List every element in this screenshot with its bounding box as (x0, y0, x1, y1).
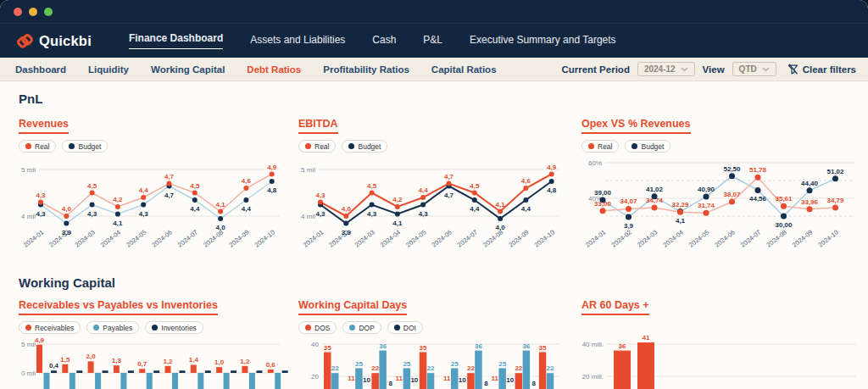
legend-chip-dop[interactable]: DOP (342, 321, 381, 334)
svg-text:2024-03: 2024-03 (353, 228, 376, 248)
svg-text:4,4: 4,4 (139, 186, 149, 194)
svg-text:22: 22 (547, 364, 554, 372)
legend-chip-inventories[interactable]: Inventories (145, 321, 203, 334)
svg-text:4,8: 4,8 (267, 186, 277, 194)
legend-dot-icon (93, 325, 99, 331)
legend-chip-receivables[interactable]: Receivables (19, 321, 81, 334)
svg-text:44,56: 44,56 (749, 195, 767, 203)
legend-chip-dos[interactable]: DOS (298, 321, 337, 334)
svg-text:51,02: 51,02 (826, 168, 844, 175)
legend-chip-budget[interactable]: Budget (342, 140, 387, 153)
svg-text:4,3: 4,3 (87, 210, 97, 218)
svg-text:2024-10: 2024-10 (816, 228, 839, 248)
brand-name: Quickbi (39, 33, 92, 49)
svg-text:4,8: 4,8 (547, 186, 557, 194)
recv-chart-card: Receivables vs Payables vs InventoriesRe… (19, 297, 283, 389)
legend-dot-icon (152, 325, 158, 331)
svg-text:32,29: 32,29 (671, 201, 689, 208)
svg-text:25: 25 (498, 360, 506, 368)
subnav-item-working-capital[interactable]: Working Capital (151, 64, 225, 75)
secondary-nav: DashboardLiquidityWorking CapitalDebt Ra… (0, 58, 868, 81)
opex-legend: RealBudget (581, 140, 858, 153)
svg-text:2024-07: 2024-07 (176, 228, 199, 248)
recv-legend: ReceivablesPayablesInventories (19, 321, 283, 334)
svg-text:25: 25 (355, 360, 363, 368)
wcd-chart-title: Working Capital Days (298, 299, 407, 315)
svg-text:4,3: 4,3 (139, 210, 149, 218)
svg-text:31,74: 31,74 (698, 202, 715, 209)
svg-text:1,2: 1,2 (163, 358, 173, 365)
clear-filters-button[interactable]: Clear filters (787, 64, 856, 75)
svg-text:2024-08: 2024-08 (202, 228, 225, 248)
subnav-item-debt-ratios[interactable]: Debt Ratios (247, 64, 301, 75)
svg-text:4,5: 4,5 (367, 182, 377, 190)
legend-chip-real[interactable]: Real (581, 140, 619, 153)
svg-text:4,2: 4,2 (392, 196, 403, 203)
subnav-item-capital-ratios[interactable]: Capital Ratios (431, 64, 497, 75)
svg-text:4,3: 4,3 (367, 210, 377, 218)
ebitda-chart-card: EBITDARealBudget5 mil4 mil4,33,94,34,14,… (298, 115, 561, 258)
legend-chip-real[interactable]: Real (19, 140, 56, 153)
svg-text:2024-10: 2024-10 (253, 228, 276, 248)
svg-text:22: 22 (427, 364, 435, 372)
svg-text:4,1: 4,1 (113, 220, 123, 227)
svg-text:40: 40 (311, 341, 319, 348)
legend-chip-budget[interactable]: Budget (62, 140, 108, 153)
nav-item-executive-summary-and-targets[interactable]: Executive Summary and Targets (470, 34, 616, 47)
legend-chip-doi[interactable]: DOI (387, 321, 423, 334)
svg-text:2024-08: 2024-08 (765, 228, 787, 248)
svg-text:2024-04: 2024-04 (379, 228, 402, 248)
svg-text:2024-09: 2024-09 (791, 228, 814, 248)
subnav-item-liquidity[interactable]: Liquidity (88, 64, 129, 75)
legend-chip-payables[interactable]: Payables (86, 321, 139, 334)
legend-dot-icon (588, 143, 594, 149)
svg-text:40 mill.: 40 mill. (582, 341, 604, 348)
svg-text:4,6: 4,6 (242, 177, 252, 185)
svg-text:2024-02: 2024-02 (327, 228, 350, 248)
svg-text:5 mil: 5 mil (301, 166, 315, 174)
nav-item-finance-dashboard[interactable]: Finance Dashboard (129, 32, 223, 49)
current-period-value: 2024-12 (644, 64, 676, 74)
svg-text:22: 22 (467, 364, 475, 372)
current-period-select[interactable]: 2024-12 (637, 62, 695, 76)
svg-text:5 mil: 5 mil (21, 341, 36, 348)
filter-controls: Current Period 2024-12 View QTD Clear fi… (561, 62, 856, 76)
legend-dot-icon (69, 143, 75, 149)
svg-text:36: 36 (619, 342, 626, 350)
ebitda-legend: RealBudget (298, 140, 561, 153)
svg-text:11: 11 (348, 375, 355, 382)
window-titlebar (0, 0, 868, 24)
legend-dot-icon (349, 325, 355, 331)
svg-text:4,5: 4,5 (470, 182, 480, 190)
svg-text:11: 11 (491, 375, 498, 382)
svg-text:4,6: 4,6 (521, 177, 531, 185)
top-navbar: Quickbi Finance DashboardAssets and Liab… (0, 24, 868, 58)
svg-text:52,50: 52,50 (723, 165, 741, 173)
svg-text:34,74: 34,74 (646, 197, 664, 204)
nav-item-p-l[interactable]: P&L (423, 34, 442, 47)
primary-nav: Finance DashboardAssets and LiabilitiesC… (129, 32, 616, 49)
minimize-button[interactable] (29, 8, 37, 16)
svg-text:2024-03: 2024-03 (636, 228, 659, 248)
svg-text:40,90: 40,90 (698, 186, 715, 193)
svg-text:2,0: 2,0 (86, 353, 97, 360)
subnav-item-profitability-ratios[interactable]: Profitability Ratios (323, 64, 409, 75)
nav-item-cash[interactable]: Cash (372, 34, 396, 47)
maximize-button[interactable] (44, 8, 53, 16)
nav-item-assets-and-liabilities[interactable]: Assets and Liabilities (250, 34, 345, 47)
view-select[interactable]: QTD (732, 62, 776, 76)
section-title-working-capital: Working Capital (19, 275, 115, 290)
ar-chart-title: AR 60 Days + (581, 299, 649, 315)
subnav-item-dashboard[interactable]: Dashboard (15, 64, 66, 75)
svg-text:4,0: 4,0 (62, 205, 72, 213)
svg-text:2024-05: 2024-05 (125, 228, 147, 248)
close-button[interactable] (14, 8, 22, 16)
legend-chip-budget[interactable]: Budget (625, 140, 670, 153)
chevron-down-icon (681, 67, 688, 72)
ar-chart-card: AR 60 Days +40 mill.20 mill.3641 (581, 297, 858, 389)
svg-text:4,3: 4,3 (419, 210, 429, 218)
chevron-down-icon (762, 67, 770, 72)
legend-dot-icon (348, 143, 354, 149)
opex-chart-title: Opex VS % Revenues (581, 118, 691, 134)
legend-chip-real[interactable]: Real (298, 140, 336, 153)
